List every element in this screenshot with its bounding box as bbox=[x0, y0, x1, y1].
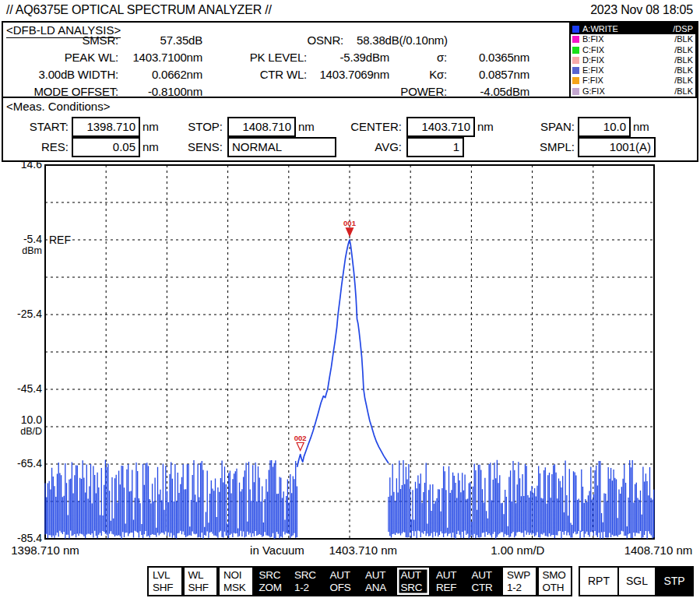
datetime: 2023 Nov 08 18:05 bbox=[590, 3, 693, 17]
btn-smo-oth[interactable]: SMOOTH bbox=[537, 566, 573, 596]
x-label-in-vacuum: in Vacuum bbox=[250, 543, 304, 557]
sens-field[interactable]: NORMAL bbox=[227, 137, 336, 157]
legend-row-c[interactable]: C:FIX/BLK bbox=[571, 45, 695, 55]
meas-conditions-panel: <Meas. Conditions> START: 1398.710 nm ST… bbox=[2, 97, 698, 162]
trace-label: B:FIX bbox=[582, 34, 604, 44]
smpl-label: SMPL: bbox=[506, 140, 575, 153]
avg-value: 1 bbox=[408, 139, 463, 153]
ksigma-label: Kσ: bbox=[392, 68, 447, 81]
sigma-label: σ: bbox=[392, 51, 447, 64]
res-value: 0.05 bbox=[73, 139, 139, 153]
stop-unit: nm bbox=[298, 120, 315, 133]
peak-wl-value: 1403.7100nm bbox=[121, 51, 202, 64]
trace-status: /BLK bbox=[674, 76, 693, 86]
btn-aut-ctr[interactable]: AUTCTR bbox=[466, 566, 502, 596]
center-label: CENTER: bbox=[335, 120, 402, 133]
stop-value: 1408.710 bbox=[229, 118, 294, 133]
ctr-wl-value: 1403.7069nm bbox=[308, 68, 389, 81]
btn-rpt[interactable]: RPT bbox=[580, 568, 617, 595]
trace-label: G:FIX bbox=[582, 86, 605, 97]
btn-stp[interactable]: STP bbox=[655, 568, 692, 595]
osa-screen: // AQ6375E OPTICAL SPECTRUM ANALYZER // … bbox=[0, 0, 700, 598]
trace-color-swatch bbox=[572, 36, 579, 43]
legend-row-g[interactable]: G:FIX/BLK bbox=[571, 86, 695, 97]
avg-field[interactable]: 1 bbox=[406, 137, 464, 157]
center-unit: nm bbox=[477, 120, 494, 133]
center-value: 1403.710 bbox=[408, 118, 473, 133]
spectrum-chart: 001002 14.6-5.4dBm-25.4-45.410.0dB/D-65.… bbox=[0, 162, 700, 561]
trace-status: /DSP bbox=[673, 24, 693, 34]
btn-aut-ofs[interactable]: AUTOFS bbox=[325, 566, 361, 596]
trace-label: D:FIX bbox=[582, 55, 604, 65]
btn-swp-1-2[interactable]: SWP1-2 bbox=[501, 566, 537, 596]
y-tick--45.4: -45.4 bbox=[2, 383, 42, 395]
trace-legend: A:WRITE/DSPB:FIX/BLKC:FIX/BLKD:FIX/BLKE:… bbox=[569, 23, 697, 98]
meas-conditions-title: <Meas. Conditions> bbox=[6, 100, 110, 113]
width-3db-label: 3.00dB WIDTH: bbox=[3, 68, 118, 81]
trace-color-swatch bbox=[572, 47, 579, 54]
pk-level-value: -5.39dBm bbox=[308, 51, 389, 64]
sigma-value: 0.0365nm bbox=[448, 51, 529, 64]
btn-sgl[interactable]: SGL bbox=[617, 568, 655, 595]
trace-color-swatch bbox=[572, 26, 579, 33]
res-unit: nm bbox=[142, 140, 159, 153]
smpl-field[interactable]: 1001(A) bbox=[578, 137, 656, 157]
start-label: START: bbox=[8, 120, 69, 133]
trace-status: /BLK bbox=[674, 34, 693, 44]
smsr-label: SMSR: bbox=[3, 33, 118, 47]
trace-color-swatch bbox=[572, 77, 579, 84]
analysis-panel: <DFB-LD ANALYSIS> SMSR: 57.35dB OSNR: 58… bbox=[2, 21, 698, 98]
y-tick--65.4: -65.4 bbox=[2, 458, 42, 470]
legend-row-b[interactable]: B:FIX/BLK bbox=[571, 34, 695, 44]
ref-level-label: REF bbox=[47, 234, 72, 246]
legend-row-a[interactable]: A:WRITE/DSP bbox=[571, 24, 695, 34]
smpl-value: 1001(A) bbox=[579, 139, 654, 153]
width-3db-value: 0.0662nm bbox=[121, 68, 202, 81]
sens-label: SENS: bbox=[171, 140, 223, 153]
btn-lvl-shf[interactable]: LVLSHF bbox=[147, 566, 183, 596]
trace-status: /BLK bbox=[674, 45, 693, 55]
y-tick--85.4: -85.4 bbox=[2, 533, 42, 544]
trace-status: /BLK bbox=[674, 55, 693, 65]
pk-level-label: PK LEVEL: bbox=[221, 51, 307, 64]
x-label-1398.710-nm: 1398.710 nm bbox=[11, 543, 79, 557]
span-value: 10.0 bbox=[579, 118, 629, 133]
trace-label: A:WRITE bbox=[582, 24, 618, 34]
legend-row-f[interactable]: F:FIX/BLK bbox=[571, 76, 695, 86]
toolbar-right-group: RPTSGLSTP bbox=[579, 566, 694, 596]
y-tick--5.4: -5.4dBm bbox=[2, 234, 42, 257]
trace-status: /BLK bbox=[674, 65, 693, 76]
trace-status: /BLK bbox=[674, 86, 693, 97]
trace-label: E:FIX bbox=[582, 65, 604, 76]
res-label: RES: bbox=[8, 140, 69, 153]
start-field[interactable]: 1398.710 bbox=[72, 117, 140, 137]
y-tick-14.6: 14.6 bbox=[2, 159, 42, 171]
btn-noi-msk[interactable]: NOIMSK bbox=[218, 566, 254, 596]
btn-aut-ana[interactable]: AUTANA bbox=[360, 566, 396, 596]
ctr-wl-label: CTR WL: bbox=[221, 68, 307, 81]
function-toolbar: LVLSHFWLSHFNOIMSKSRCZOMSRC1-2AUTOFSAUTAN… bbox=[0, 566, 700, 597]
center-field[interactable]: 1403.710 bbox=[406, 117, 475, 137]
btn-wl-shf[interactable]: WLSHF bbox=[183, 566, 219, 596]
y-tick--25.4: -25.4 bbox=[2, 308, 42, 320]
stop-label: STOP: bbox=[171, 120, 223, 133]
span-field[interactable]: 10.0 bbox=[578, 117, 631, 137]
stop-field[interactable]: 1408.710 bbox=[227, 117, 296, 137]
x-label-1403.710-nm: 1403.710 nm bbox=[329, 543, 397, 557]
btn-src-zom[interactable]: SRCZOM bbox=[254, 566, 290, 596]
osnr-label: OSNR: bbox=[258, 33, 343, 47]
app-title: // AQ6375E OPTICAL SPECTRUM ANALYZER // bbox=[6, 3, 272, 17]
res-field[interactable]: 0.05 bbox=[72, 137, 140, 157]
smsr-value: 57.35dB bbox=[121, 33, 202, 47]
avg-label: AVG: bbox=[335, 140, 402, 153]
btn-src-1-2[interactable]: SRC1-2 bbox=[289, 566, 325, 596]
sens-value: NORMAL bbox=[229, 139, 335, 153]
btn-aut-src[interactable]: AUTSRC bbox=[396, 566, 431, 596]
legend-row-e[interactable]: E:FIX/BLK bbox=[571, 65, 695, 76]
peak-wl-label: PEAK WL: bbox=[3, 51, 118, 64]
legend-row-d[interactable]: D:FIX/BLK bbox=[571, 55, 695, 65]
osnr-value: 58.38dB(/0.10nm) bbox=[357, 33, 520, 47]
start-value: 1398.710 bbox=[73, 118, 139, 133]
btn-aut-ref[interactable]: AUTREF bbox=[431, 566, 466, 596]
span-label: SPAN: bbox=[506, 120, 575, 133]
